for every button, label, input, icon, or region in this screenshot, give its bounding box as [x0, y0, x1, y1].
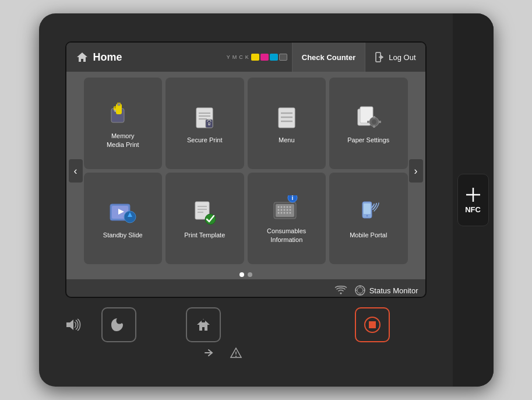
consumables-info-icon: i — [272, 193, 302, 223]
svg-point-55 — [289, 212, 291, 214]
ink-k-label: K — [245, 54, 249, 60]
print-template-button[interactable]: Print Template — [165, 173, 244, 264]
svg-rect-25 — [373, 116, 375, 118]
svg-point-61 — [355, 286, 365, 295]
svg-point-24 — [372, 120, 376, 124]
svg-rect-28 — [379, 121, 381, 123]
home-icon — [76, 51, 89, 63]
svg-rect-27 — [367, 121, 369, 123]
mobile-portal-icon — [353, 197, 383, 227]
svg-rect-59 — [364, 203, 371, 214]
screen-header: Home Y M C K — [66, 43, 425, 72]
ink-cyan — [270, 54, 278, 61]
svg-point-45 — [289, 206, 291, 208]
menu-icon — [272, 102, 302, 132]
nfc-panel: NFC — [453, 13, 494, 387]
grid-area: ‹ — [66, 72, 425, 270]
svg-rect-26 — [373, 125, 375, 128]
svg-point-42 — [280, 206, 282, 208]
bottom-controls — [65, 298, 427, 342]
status-monitor-icon — [354, 285, 366, 296]
page-dot-2[interactable] — [248, 272, 252, 277]
secure-print-label: Secure Print — [187, 136, 223, 144]
home-nav[interactable]: Home — [66, 43, 222, 72]
nav-prev-button[interactable]: ‹ — [69, 159, 83, 183]
svg-rect-64 — [202, 320, 205, 322]
ink-row: Y M C K — [227, 54, 250, 60]
svg-point-62 — [357, 287, 363, 293]
svg-point-50 — [289, 209, 291, 211]
nfc-button[interactable]: NFC — [457, 174, 489, 226]
svg-rect-9 — [118, 103, 120, 106]
consumables-info-button[interactable]: i ConsumablesInformation — [248, 173, 326, 264]
consumables-info-label: ConsumablesInformation — [267, 227, 306, 244]
svg-point-43 — [283, 206, 285, 208]
svg-point-53 — [283, 212, 285, 214]
arrow-icon — [203, 347, 216, 359]
menu-button[interactable]: Menu — [248, 78, 326, 169]
check-counter-label: Check Counter — [302, 53, 355, 62]
status-icons — [203, 347, 242, 359]
status-monitor-label: Status Monitor — [369, 286, 418, 295]
page-dot-1[interactable] — [239, 272, 244, 277]
icon-grid: MemoryMedia Print — [84, 78, 408, 264]
header-title: Home — [93, 51, 122, 64]
logout-button[interactable]: Log Out — [365, 43, 425, 72]
logout-label: Log Out — [389, 53, 415, 62]
standby-slide-icon — [108, 197, 138, 227]
page-dots — [66, 270, 425, 279]
secure-print-icon — [189, 102, 220, 132]
paper-settings-button[interactable]: Paper Settings — [329, 78, 408, 169]
ink-indicators: Y M C K — [222, 43, 292, 72]
check-counter-button[interactable]: Check Counter — [292, 43, 365, 72]
ink-magenta — [260, 54, 269, 61]
ink-c-label: C — [239, 54, 243, 60]
screen-footer: Status Monitor — [66, 279, 425, 298]
svg-point-54 — [286, 212, 288, 214]
memory-media-print-label: MemoryMedia Print — [107, 132, 139, 149]
svg-point-47 — [280, 209, 282, 211]
logout-icon — [375, 52, 385, 62]
home-button[interactable] — [186, 307, 221, 342]
paper-settings-icon — [353, 102, 383, 132]
stop-button[interactable] — [355, 307, 390, 342]
svg-point-44 — [286, 206, 288, 208]
nfc-crosshair-icon — [465, 187, 481, 203]
svg-point-46 — [277, 209, 279, 211]
mobile-portal-button[interactable]: Mobile Portal — [329, 173, 408, 264]
svg-point-60 — [367, 215, 368, 217]
memory-media-print-button[interactable]: MemoryMedia Print — [84, 78, 163, 169]
svg-point-41 — [277, 206, 279, 208]
device: Home Y M C K — [39, 13, 494, 387]
memory-media-print-icon — [108, 98, 138, 128]
svg-point-16 — [209, 123, 210, 124]
standby-slide-label: Standby Slide — [103, 231, 143, 239]
ink-black — [279, 54, 287, 61]
svg-point-49 — [286, 209, 288, 211]
svg-point-51 — [277, 212, 279, 214]
sleep-button[interactable] — [101, 307, 136, 342]
device-body: Home Y M C K — [39, 13, 453, 387]
ink-blocks — [251, 54, 287, 61]
paper-settings-label: Paper Settings — [347, 136, 389, 144]
status-monitor-button[interactable]: Status Monitor — [354, 285, 418, 296]
svg-point-52 — [280, 212, 282, 214]
svg-point-68 — [235, 356, 237, 357]
svg-text:i: i — [291, 195, 293, 201]
menu-label: Menu — [279, 136, 295, 144]
svg-marker-66 — [369, 321, 376, 328]
standby-slide-button[interactable]: Standby Slide — [84, 173, 163, 264]
volume-icon — [65, 318, 82, 331]
mobile-portal-label: Mobile Portal — [350, 231, 387, 239]
nfc-label: NFC — [465, 205, 481, 214]
print-template-icon — [189, 197, 220, 227]
screen: Home Y M C K — [65, 41, 427, 298]
nav-next-button[interactable]: › — [409, 159, 423, 183]
svg-marker-63 — [66, 320, 73, 330]
ink-yellow — [251, 54, 259, 61]
warning-icon — [230, 347, 242, 359]
ink-y-label: Y — [227, 54, 230, 60]
ink-m-label: M — [232, 54, 237, 60]
svg-point-48 — [283, 209, 285, 211]
secure-print-button[interactable]: Secure Print — [165, 78, 244, 169]
